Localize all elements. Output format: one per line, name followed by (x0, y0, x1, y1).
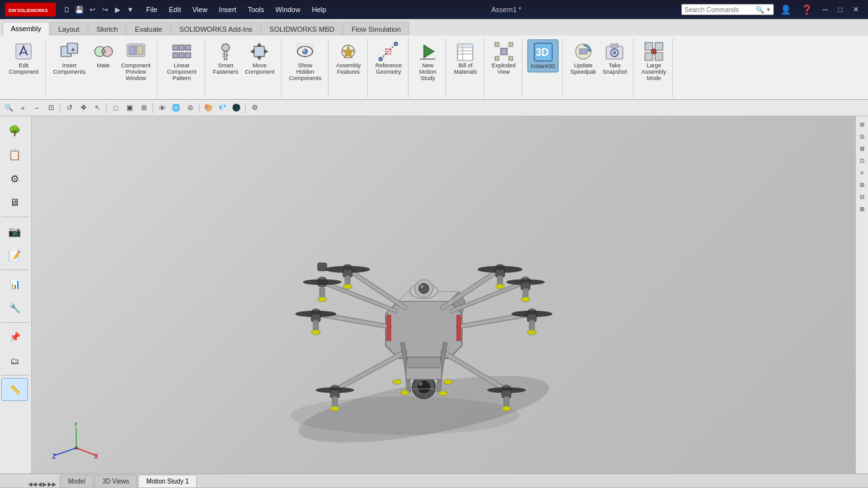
qa-new[interactable]: 🗋 (61, 4, 72, 15)
close-btn[interactable]: ✕ (849, 4, 863, 15)
search-icon[interactable]: 🔍 (756, 6, 764, 14)
svg-point-75 (419, 382, 423, 386)
menu-edit[interactable]: Edit (164, 4, 186, 15)
tab-motion-study-1[interactable]: Motion Study 1 (138, 475, 197, 487)
right-btn-2[interactable]: ⊟ (857, 131, 868, 142)
nav-first[interactable]: ◀◀ (28, 481, 37, 487)
tb-zoom-fit[interactable]: 🔍 (3, 102, 15, 114)
linear-pattern-label: Linear ComponentPattern (165, 63, 198, 82)
tab-flow[interactable]: Flow Simulation (343, 22, 409, 36)
new-motion-study-btn[interactable]: NewMotionStudy (414, 39, 442, 84)
help-icon[interactable]: ❓ (797, 3, 816, 16)
tb-sep-5 (245, 103, 246, 113)
right-btn-7[interactable]: ⊟ (857, 191, 868, 203)
left-simulation[interactable]: 📊 (1, 273, 28, 295)
move-component-btn[interactable]: MoveComponent (242, 39, 277, 78)
reference-geometry-btn[interactable]: ReferenceGeometry (373, 39, 405, 78)
take-snapshot-btn[interactable]: TakeSnapshot (600, 39, 629, 78)
mate-btn[interactable]: Mate (90, 39, 118, 71)
tb-hide-show[interactable]: 👁 (156, 102, 168, 114)
tb-render[interactable]: 🎨 (202, 102, 215, 114)
tab-sketch[interactable]: Sketch (88, 22, 126, 36)
bill-of-materials-btn[interactable]: Bill ofMaterials (451, 39, 480, 78)
nav-last[interactable]: ▶▶ (48, 481, 57, 487)
tb-zoom-in[interactable]: + (17, 102, 29, 114)
linear-pattern-btn[interactable]: Linear ComponentPattern (163, 39, 201, 84)
tb-display-3[interactable]: ⊞ (137, 102, 150, 114)
tb-rotate[interactable]: ↺ (63, 102, 76, 114)
right-btn-5[interactable]: ≡ (857, 167, 868, 179)
tb-shadows[interactable]: 🌑 (230, 102, 243, 114)
update-speedpak-btn[interactable]: UpdateSpeedpak (568, 39, 599, 78)
svg-rect-15 (179, 45, 184, 50)
left-cam[interactable]: 📷 (1, 220, 28, 243)
menu-view[interactable]: View (187, 4, 213, 15)
instant3d-btn[interactable]: 3D Instant3D (527, 39, 559, 72)
menu-help[interactable]: Help (307, 4, 332, 15)
search-box[interactable]: 🔍 ▼ (681, 4, 774, 15)
tb-display-1[interactable]: □ (109, 102, 122, 114)
left-annotation[interactable]: 📝 (1, 244, 28, 267)
left-display-manager[interactable]: 🖥 (1, 191, 28, 214)
tb-pan[interactable]: ✥ (77, 102, 90, 114)
left-property-manager[interactable]: 📋 (1, 143, 28, 166)
edit-component-btn[interactable]: EditComponent (6, 39, 41, 78)
tab-mbd[interactable]: SOLIDWORKS MBD (261, 22, 342, 36)
insert-components-btn[interactable]: + InsertComponents (51, 39, 88, 78)
svg-rect-13 (137, 46, 143, 55)
right-btn-4[interactable]: ⊡ (857, 155, 868, 166)
tb-wire[interactable]: 🌐 (170, 102, 182, 114)
smart-fasteners-icon (215, 41, 236, 62)
nav-next[interactable]: ▶ (43, 481, 47, 487)
left-task-pane[interactable]: 📌 (1, 325, 28, 348)
tab-layout[interactable]: Layout (50, 22, 88, 36)
show-hidden-btn[interactable]: ShowHiddenComponents (287, 39, 324, 84)
user-icon[interactable]: 👤 (776, 3, 795, 16)
tb-zoom-window[interactable]: ⊡ (44, 102, 57, 114)
tb-select[interactable]: ↖ (91, 102, 104, 114)
tb-display-2[interactable]: ▣ (123, 102, 136, 114)
tb-zoom-out[interactable]: − (31, 102, 43, 114)
smart-fasteners-btn[interactable]: SmartFasteners (210, 39, 241, 78)
left-layers[interactable]: 🗂 (1, 349, 28, 372)
document-title: Assem1 * (491, 6, 521, 13)
menu-window[interactable]: Window (271, 4, 306, 15)
canvas[interactable]: Z X Y ↗ (32, 116, 855, 473)
left-feature-manager[interactable]: 🌳 (1, 119, 28, 142)
tab-model[interactable]: Model (60, 475, 93, 487)
right-btn-3[interactable]: ⊠ (857, 143, 868, 154)
right-btn-8[interactable]: ⊠ (857, 203, 868, 215)
menu-tools[interactable]: Tools (243, 4, 269, 15)
right-btn-6[interactable]: ⊞ (857, 179, 868, 191)
svg-rect-50 (509, 43, 513, 46)
tb-settings[interactable]: ⚙ (248, 102, 261, 114)
qa-more[interactable]: ▼ (125, 4, 136, 15)
ribbon-buttons-ref-geom: ReferenceGeometry (373, 39, 405, 97)
nav-prev[interactable]: ◀ (37, 481, 42, 487)
minimize-btn[interactable]: ─ (818, 4, 832, 15)
component-preview-btn[interactable]: ComponentPreviewWindow (119, 39, 154, 84)
menu-insert[interactable]: Insert (214, 4, 241, 15)
right-btn-1[interactable]: ⊞ (857, 119, 868, 130)
assembly-features-btn[interactable]: AssemblyFeatures (334, 39, 363, 78)
left-rx[interactable]: 🔧 (1, 297, 28, 320)
qa-save[interactable]: 💾 (74, 4, 85, 15)
large-assembly-mode-btn[interactable]: LargeAssemblyMode (639, 39, 668, 84)
search-dropdown[interactable]: ▼ (766, 7, 771, 13)
restore-btn[interactable]: □ (834, 4, 846, 15)
ribbon-buttons-bom: Bill ofMaterials (451, 39, 480, 97)
qa-undo[interactable]: ↩ (86, 4, 98, 15)
qa-play[interactable]: ▶ (112, 4, 123, 15)
tab-assembly[interactable]: Assembly (3, 22, 50, 36)
tab-evaluate[interactable]: Evaluate (126, 22, 170, 36)
tb-section[interactable]: ⊘ (184, 102, 196, 114)
tb-realview[interactable]: 💎 (216, 102, 229, 114)
menu-file[interactable]: File (141, 4, 163, 15)
tab-addins[interactable]: SOLIDWORKS Add-Ins (171, 22, 261, 36)
exploded-view-btn[interactable]: ExplodedView (489, 39, 519, 78)
left-config-manager[interactable]: ⚙ (1, 167, 28, 190)
tab-3d-views[interactable]: 3D Views (94, 475, 137, 487)
qa-redo[interactable]: ↪ (99, 4, 111, 15)
search-input[interactable] (684, 6, 754, 13)
left-measure[interactable]: 📏 (1, 378, 28, 401)
